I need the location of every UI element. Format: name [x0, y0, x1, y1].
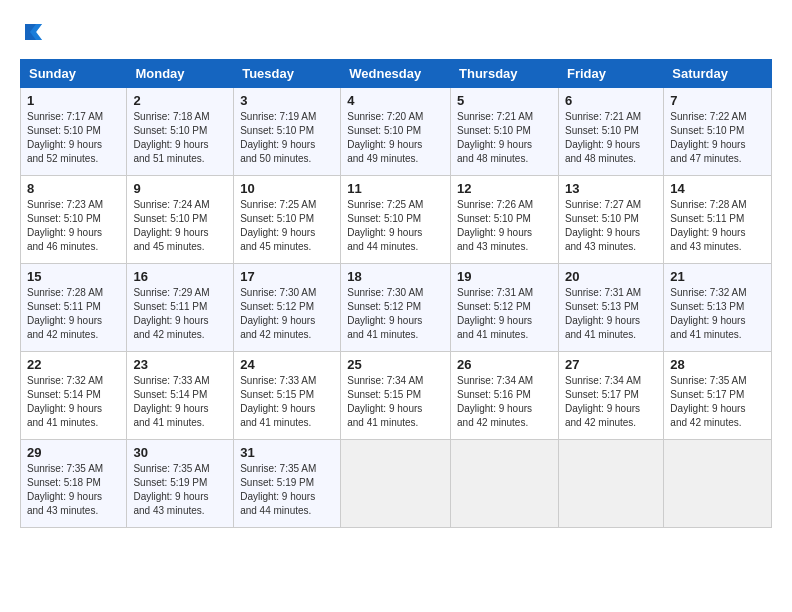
day-number: 7: [670, 93, 765, 108]
calendar-cell: 22Sunrise: 7:32 AM Sunset: 5:14 PM Dayli…: [21, 351, 127, 439]
calendar-cell: 27Sunrise: 7:34 AM Sunset: 5:17 PM Dayli…: [558, 351, 663, 439]
column-header-tuesday: Tuesday: [234, 59, 341, 87]
calendar-cell: [451, 439, 559, 527]
calendar-cell: 9Sunrise: 7:24 AM Sunset: 5:10 PM Daylig…: [127, 175, 234, 263]
day-info: Sunrise: 7:22 AM Sunset: 5:10 PM Dayligh…: [670, 110, 765, 166]
calendar-cell: 2Sunrise: 7:18 AM Sunset: 5:10 PM Daylig…: [127, 87, 234, 175]
calendar-cell: 17Sunrise: 7:30 AM Sunset: 5:12 PM Dayli…: [234, 263, 341, 351]
day-info: Sunrise: 7:28 AM Sunset: 5:11 PM Dayligh…: [27, 286, 120, 342]
day-info: Sunrise: 7:34 AM Sunset: 5:17 PM Dayligh…: [565, 374, 657, 430]
day-number: 16: [133, 269, 227, 284]
day-number: 26: [457, 357, 552, 372]
calendar-week-row: 29Sunrise: 7:35 AM Sunset: 5:18 PM Dayli…: [21, 439, 772, 527]
day-info: Sunrise: 7:35 AM Sunset: 5:18 PM Dayligh…: [27, 462, 120, 518]
day-number: 27: [565, 357, 657, 372]
day-number: 28: [670, 357, 765, 372]
column-header-wednesday: Wednesday: [341, 59, 451, 87]
day-number: 20: [565, 269, 657, 284]
day-info: Sunrise: 7:23 AM Sunset: 5:10 PM Dayligh…: [27, 198, 120, 254]
calendar-cell: 12Sunrise: 7:26 AM Sunset: 5:10 PM Dayli…: [451, 175, 559, 263]
calendar-cell: 21Sunrise: 7:32 AM Sunset: 5:13 PM Dayli…: [664, 263, 772, 351]
day-info: Sunrise: 7:21 AM Sunset: 5:10 PM Dayligh…: [565, 110, 657, 166]
column-header-monday: Monday: [127, 59, 234, 87]
calendar-cell: 25Sunrise: 7:34 AM Sunset: 5:15 PM Dayli…: [341, 351, 451, 439]
day-number: 30: [133, 445, 227, 460]
calendar-cell: 26Sunrise: 7:34 AM Sunset: 5:16 PM Dayli…: [451, 351, 559, 439]
calendar-cell: 19Sunrise: 7:31 AM Sunset: 5:12 PM Dayli…: [451, 263, 559, 351]
day-number: 25: [347, 357, 444, 372]
calendar-cell: [558, 439, 663, 527]
day-number: 1: [27, 93, 120, 108]
day-number: 21: [670, 269, 765, 284]
calendar-cell: 16Sunrise: 7:29 AM Sunset: 5:11 PM Dayli…: [127, 263, 234, 351]
day-number: 23: [133, 357, 227, 372]
day-number: 3: [240, 93, 334, 108]
calendar-cell: 11Sunrise: 7:25 AM Sunset: 5:10 PM Dayli…: [341, 175, 451, 263]
day-info: Sunrise: 7:29 AM Sunset: 5:11 PM Dayligh…: [133, 286, 227, 342]
calendar-week-row: 1Sunrise: 7:17 AM Sunset: 5:10 PM Daylig…: [21, 87, 772, 175]
day-number: 14: [670, 181, 765, 196]
logo: [20, 20, 46, 49]
calendar-cell: 15Sunrise: 7:28 AM Sunset: 5:11 PM Dayli…: [21, 263, 127, 351]
calendar-cell: [664, 439, 772, 527]
day-info: Sunrise: 7:35 AM Sunset: 5:19 PM Dayligh…: [133, 462, 227, 518]
calendar-cell: 5Sunrise: 7:21 AM Sunset: 5:10 PM Daylig…: [451, 87, 559, 175]
calendar-cell: 6Sunrise: 7:21 AM Sunset: 5:10 PM Daylig…: [558, 87, 663, 175]
calendar-table: SundayMondayTuesdayWednesdayThursdayFrid…: [20, 59, 772, 528]
day-info: Sunrise: 7:32 AM Sunset: 5:13 PM Dayligh…: [670, 286, 765, 342]
day-number: 24: [240, 357, 334, 372]
day-number: 2: [133, 93, 227, 108]
day-info: Sunrise: 7:28 AM Sunset: 5:11 PM Dayligh…: [670, 198, 765, 254]
day-number: 8: [27, 181, 120, 196]
day-number: 13: [565, 181, 657, 196]
day-info: Sunrise: 7:34 AM Sunset: 5:15 PM Dayligh…: [347, 374, 444, 430]
calendar-cell: 23Sunrise: 7:33 AM Sunset: 5:14 PM Dayli…: [127, 351, 234, 439]
day-number: 4: [347, 93, 444, 108]
day-info: Sunrise: 7:35 AM Sunset: 5:19 PM Dayligh…: [240, 462, 334, 518]
day-number: 17: [240, 269, 334, 284]
calendar-cell: 28Sunrise: 7:35 AM Sunset: 5:17 PM Dayli…: [664, 351, 772, 439]
day-number: 19: [457, 269, 552, 284]
calendar-week-row: 15Sunrise: 7:28 AM Sunset: 5:11 PM Dayli…: [21, 263, 772, 351]
calendar-cell: 4Sunrise: 7:20 AM Sunset: 5:10 PM Daylig…: [341, 87, 451, 175]
column-header-friday: Friday: [558, 59, 663, 87]
calendar-cell: 14Sunrise: 7:28 AM Sunset: 5:11 PM Dayli…: [664, 175, 772, 263]
calendar-week-row: 22Sunrise: 7:32 AM Sunset: 5:14 PM Dayli…: [21, 351, 772, 439]
day-info: Sunrise: 7:33 AM Sunset: 5:15 PM Dayligh…: [240, 374, 334, 430]
column-header-sunday: Sunday: [21, 59, 127, 87]
day-number: 5: [457, 93, 552, 108]
column-header-thursday: Thursday: [451, 59, 559, 87]
day-number: 10: [240, 181, 334, 196]
day-info: Sunrise: 7:33 AM Sunset: 5:14 PM Dayligh…: [133, 374, 227, 430]
day-info: Sunrise: 7:27 AM Sunset: 5:10 PM Dayligh…: [565, 198, 657, 254]
day-number: 15: [27, 269, 120, 284]
day-info: Sunrise: 7:30 AM Sunset: 5:12 PM Dayligh…: [240, 286, 334, 342]
calendar-cell: 1Sunrise: 7:17 AM Sunset: 5:10 PM Daylig…: [21, 87, 127, 175]
day-info: Sunrise: 7:24 AM Sunset: 5:10 PM Dayligh…: [133, 198, 227, 254]
day-info: Sunrise: 7:30 AM Sunset: 5:12 PM Dayligh…: [347, 286, 444, 342]
day-info: Sunrise: 7:25 AM Sunset: 5:10 PM Dayligh…: [240, 198, 334, 254]
day-number: 22: [27, 357, 120, 372]
calendar-cell: 29Sunrise: 7:35 AM Sunset: 5:18 PM Dayli…: [21, 439, 127, 527]
day-number: 29: [27, 445, 120, 460]
day-info: Sunrise: 7:31 AM Sunset: 5:13 PM Dayligh…: [565, 286, 657, 342]
calendar-cell: 7Sunrise: 7:22 AM Sunset: 5:10 PM Daylig…: [664, 87, 772, 175]
calendar-cell: 31Sunrise: 7:35 AM Sunset: 5:19 PM Dayli…: [234, 439, 341, 527]
calendar-cell: 30Sunrise: 7:35 AM Sunset: 5:19 PM Dayli…: [127, 439, 234, 527]
day-number: 6: [565, 93, 657, 108]
header: [20, 20, 772, 49]
day-number: 9: [133, 181, 227, 196]
day-number: 31: [240, 445, 334, 460]
day-info: Sunrise: 7:34 AM Sunset: 5:16 PM Dayligh…: [457, 374, 552, 430]
calendar-cell: 8Sunrise: 7:23 AM Sunset: 5:10 PM Daylig…: [21, 175, 127, 263]
day-info: Sunrise: 7:17 AM Sunset: 5:10 PM Dayligh…: [27, 110, 120, 166]
calendar-cell: 24Sunrise: 7:33 AM Sunset: 5:15 PM Dayli…: [234, 351, 341, 439]
day-info: Sunrise: 7:32 AM Sunset: 5:14 PM Dayligh…: [27, 374, 120, 430]
day-number: 18: [347, 269, 444, 284]
calendar-cell: 20Sunrise: 7:31 AM Sunset: 5:13 PM Dayli…: [558, 263, 663, 351]
day-info: Sunrise: 7:25 AM Sunset: 5:10 PM Dayligh…: [347, 198, 444, 254]
day-number: 12: [457, 181, 552, 196]
day-info: Sunrise: 7:26 AM Sunset: 5:10 PM Dayligh…: [457, 198, 552, 254]
calendar-cell: 13Sunrise: 7:27 AM Sunset: 5:10 PM Dayli…: [558, 175, 663, 263]
day-info: Sunrise: 7:35 AM Sunset: 5:17 PM Dayligh…: [670, 374, 765, 430]
